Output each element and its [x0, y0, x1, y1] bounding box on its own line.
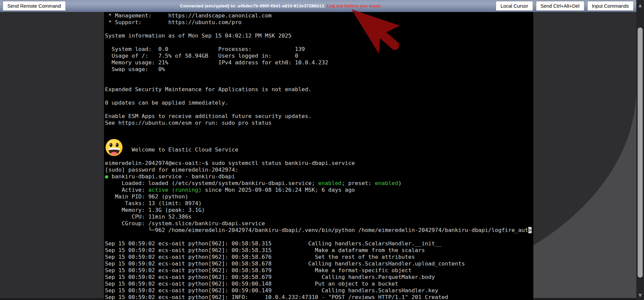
remote-terminal-screen[interactable]: * Management: https://landscape.canonica…	[104, 12, 533, 300]
smiley-emoji	[105, 138, 123, 157]
terminal-line	[105, 140, 532, 146]
terminal-line: CGroup: /system.slice/bankiru-dbapi.serv…	[105, 220, 532, 227]
connection-status: Connected (encrypted) to: a45dec7b-090f-…	[66, 3, 496, 8]
terminal-line: Sep 15 00:59:02 ecs-oait python[962]: 00…	[105, 281, 532, 287]
terminal-line: Memory usage: 21% IPv4 address for eth0:…	[105, 59, 532, 66]
terminal-line: Enable ESM Apps to receive additional fu…	[105, 113, 532, 120]
terminal-line: * Management: https://landscape.canonica…	[105, 12, 532, 19]
toolbar-right-group: Local Cursor Send Ctrl+Alt+Del Input Com…	[496, 1, 634, 11]
terminal-line	[105, 234, 532, 240]
terminal-line: └─962 /home/eimeredelin-2042974/bankiru-…	[105, 227, 532, 234]
terminal-line: ● bankiru-dbapi.service - bankiru-dbapi	[105, 173, 532, 180]
connection-status-text: Connected (encrypted) to: a45dec7b-090f-…	[180, 3, 325, 8]
terminal-line: Sep 15 00:59:02 ecs-oait python[962]: 00…	[105, 240, 532, 247]
terminal-line: eimeredelin-2042974@ecs-oait:~$ sudo sys…	[105, 160, 532, 167]
terminal-line: Main PID: 962 (python)	[105, 193, 532, 200]
terminal-output: * Management: https://landscape.canonica…	[105, 12, 532, 300]
terminal-line	[105, 73, 532, 79]
terminal-line	[105, 106, 532, 113]
terminal-line	[105, 39, 532, 46]
terminal-line: Swap usage: 0%	[105, 66, 532, 73]
terminal-line: Memory: 1.3G (peak: 3.1G)	[105, 207, 532, 214]
terminal-line: Sep 15 00:59:02 ecs-oait python[962]: 00…	[105, 260, 532, 267]
vertical-scrollbar[interactable]: ▲ ▼	[636, 0, 644, 300]
logout-warning-link[interactable]: Log out before you leave.	[325, 3, 381, 8]
terminal-line	[105, 153, 532, 160]
terminal-line: Sep 15 00:59:02 ecs-oait python[962]: 00…	[105, 247, 532, 254]
terminal-line: Sep 15 00:59:02 ecs-oait python[962]: 00…	[105, 267, 532, 274]
terminal-line: Expanded Security Maintenance for Applic…	[105, 86, 532, 93]
terminal-line	[105, 79, 532, 86]
terminal-line: Loaded: loaded (/etc/systemd/system/bank…	[105, 180, 532, 187]
terminal-line: * Support: https://ubuntu.com/pro	[105, 19, 532, 26]
terminal-line: Welcome to Elastic Cloud Service	[105, 146, 532, 153]
terminal-line: Sep 15 00:59:02 ecs-oait python[962]: 00…	[105, 254, 532, 260]
scrollbar-thumb[interactable]	[638, 27, 643, 278]
local-cursor-button[interactable]: Local Cursor	[496, 1, 533, 11]
terminal-line: System load: 0.0 Processes: 139	[105, 46, 532, 53]
terminal-line	[105, 26, 532, 33]
terminal-line: Sep 15 00:59:02 ecs-oait python[962]: 00…	[105, 287, 532, 294]
vnc-toolbar: Send Remote Command Connected (encrypted…	[0, 0, 636, 12]
scroll-down-icon[interactable]: ▼	[636, 293, 644, 297]
terminal-line: Tasks: 13 (limit: 8974)	[105, 200, 532, 207]
terminal-line: System information as of Mon Sep 15 04:0…	[105, 33, 532, 39]
terminal-line	[105, 133, 532, 140]
terminal-line: 0 updates can be applied immediately.	[105, 100, 532, 106]
terminal-line: Sep 15 00:59:02 ecs-oait python[962]: 00…	[105, 274, 532, 281]
terminal-line: Usage of /: 7.5% of 58.94GB Users logged…	[105, 53, 532, 59]
send-ctrl-alt-del-button[interactable]: Send Ctrl+Alt+Del	[536, 1, 584, 11]
terminal-line: [sudo] password for eimeredelin-2042974:	[105, 167, 532, 173]
terminal-line: CPU: 11min 52.386s	[105, 214, 532, 220]
input-commands-button[interactable]: Input Commands	[587, 1, 634, 11]
terminal-line	[105, 126, 532, 133]
send-remote-command-button[interactable]: Send Remote Command	[3, 1, 66, 11]
terminal-line: Active: active (running) since Mon 2025-…	[105, 187, 532, 193]
terminal-line	[105, 93, 532, 100]
terminal-line: See https://ubuntu.com/esm or run: sudo …	[105, 120, 532, 126]
scroll-up-icon[interactable]: ▲	[636, 3, 644, 7]
terminal-line: Sep 15 00:59:02 ecs-oait python[962]: IN…	[105, 294, 532, 300]
